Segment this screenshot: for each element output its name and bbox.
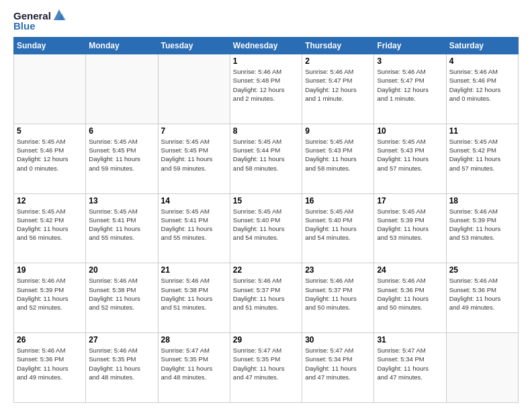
day-cell-17: 17Sunrise: 5:45 AMSunset: 5:39 PMDayligh… [374,193,446,263]
day-number: 28 [161,335,227,345]
day-number: 24 [377,265,443,275]
day-number: 30 [305,335,371,345]
week-row-2: 5Sunrise: 5:45 AMSunset: 5:46 PMDaylight… [14,124,519,193]
day-cell-25: 25Sunrise: 5:46 AMSunset: 5:36 PMDayligh… [446,263,518,333]
day-number: 2 [305,56,371,66]
day-number: 15 [233,196,299,205]
day-info: Sunrise: 5:47 AMSunset: 5:34 PMDaylight:… [377,346,443,381]
day-cell-9: 9Sunrise: 5:45 AMSunset: 5:43 PMDaylight… [302,124,374,193]
day-info: Sunrise: 5:46 AMSunset: 5:39 PMDaylight:… [17,276,83,312]
day-cell-12: 12Sunrise: 5:45 AMSunset: 5:42 PMDayligh… [14,193,86,263]
day-info: Sunrise: 5:47 AMSunset: 5:35 PMDaylight:… [161,346,227,381]
day-cell-5: 5Sunrise: 5:45 AMSunset: 5:46 PMDaylight… [14,124,86,193]
day-info: Sunrise: 5:45 AMSunset: 5:40 PMDaylight:… [233,207,299,242]
calendar-table: SundayMondayTuesdayWednesdayThursdayFrid… [13,37,519,403]
day-info: Sunrise: 5:47 AMSunset: 5:35 PMDaylight:… [233,346,299,381]
day-cell-13: 13Sunrise: 5:45 AMSunset: 5:41 PMDayligh… [86,193,158,263]
day-info: Sunrise: 5:46 AMSunset: 5:37 PMDaylight:… [233,276,299,312]
day-cell-18: 18Sunrise: 5:46 AMSunset: 5:39 PMDayligh… [446,193,518,263]
day-info: Sunrise: 5:46 AMSunset: 5:36 PMDaylight:… [377,276,443,312]
day-info: Sunrise: 5:45 AMSunset: 5:40 PMDaylight:… [305,207,371,242]
day-cell-16: 16Sunrise: 5:45 AMSunset: 5:40 PMDayligh… [302,193,374,263]
day-number: 17 [377,196,443,205]
day-info: Sunrise: 5:45 AMSunset: 5:46 PMDaylight:… [17,137,83,173]
day-info: Sunrise: 5:46 AMSunset: 5:36 PMDaylight:… [17,346,83,381]
day-number: 9 [305,126,371,136]
logo: General Blue [13,11,66,32]
day-number: 13 [89,196,154,205]
day-info: Sunrise: 5:45 AMSunset: 5:42 PMDaylight:… [17,207,83,242]
day-cell-2: 2Sunrise: 5:46 AMSunset: 5:47 PMDaylight… [302,54,374,124]
day-cell-19: 19Sunrise: 5:46 AMSunset: 5:39 PMDayligh… [14,263,86,333]
day-cell-1: 1Sunrise: 5:46 AMSunset: 5:48 PMDaylight… [230,54,302,124]
day-cell-11: 11Sunrise: 5:45 AMSunset: 5:42 PMDayligh… [446,124,518,193]
day-cell-29: 29Sunrise: 5:47 AMSunset: 5:35 PMDayligh… [230,333,302,403]
day-cell-14: 14Sunrise: 5:45 AMSunset: 5:41 PMDayligh… [158,193,230,263]
day-info: Sunrise: 5:46 AMSunset: 5:39 PMDaylight:… [449,207,515,242]
day-info: Sunrise: 5:45 AMSunset: 5:43 PMDaylight:… [305,137,371,173]
col-header-monday: Monday [86,38,158,54]
day-cell-3: 3Sunrise: 5:46 AMSunset: 5:47 PMDaylight… [374,54,446,124]
day-number: 8 [233,126,299,136]
day-info: Sunrise: 5:45 AMSunset: 5:43 PMDaylight:… [377,137,443,173]
day-number: 5 [17,126,83,136]
day-info: Sunrise: 5:45 AMSunset: 5:39 PMDaylight:… [377,207,443,242]
day-number: 29 [233,335,299,345]
day-info: Sunrise: 5:46 AMSunset: 5:35 PMDaylight:… [89,346,154,381]
day-number: 22 [233,265,299,275]
day-cell-22: 22Sunrise: 5:46 AMSunset: 5:37 PMDayligh… [230,263,302,333]
day-number: 26 [17,335,83,345]
day-cell-4: 4Sunrise: 5:46 AMSunset: 5:46 PMDaylight… [446,54,518,124]
day-number: 25 [449,265,515,275]
empty-cell [158,54,230,124]
day-info: Sunrise: 5:46 AMSunset: 5:48 PMDaylight:… [233,67,299,103]
day-cell-7: 7Sunrise: 5:45 AMSunset: 5:45 PMDaylight… [158,124,230,193]
day-number: 14 [161,196,227,205]
empty-cell [14,54,86,124]
day-info: Sunrise: 5:45 AMSunset: 5:41 PMDaylight:… [89,207,154,242]
day-info: Sunrise: 5:45 AMSunset: 5:42 PMDaylight:… [449,137,515,173]
day-number: 11 [449,126,515,136]
day-info: Sunrise: 5:46 AMSunset: 5:38 PMDaylight:… [89,276,154,312]
page: General Blue SundayMondayTuesdayWednesda… [0,0,532,411]
day-info: Sunrise: 5:46 AMSunset: 5:36 PMDaylight:… [449,276,515,312]
day-info: Sunrise: 5:46 AMSunset: 5:38 PMDaylight:… [161,276,227,312]
day-number: 1 [233,56,299,66]
day-cell-31: 31Sunrise: 5:47 AMSunset: 5:34 PMDayligh… [374,333,446,403]
week-row-4: 19Sunrise: 5:46 AMSunset: 5:39 PMDayligh… [14,263,519,333]
day-number: 12 [17,196,83,205]
day-cell-26: 26Sunrise: 5:46 AMSunset: 5:36 PMDayligh… [14,333,86,403]
day-info: Sunrise: 5:46 AMSunset: 5:37 PMDaylight:… [305,276,371,312]
empty-cell [86,54,158,124]
day-cell-27: 27Sunrise: 5:46 AMSunset: 5:35 PMDayligh… [86,333,158,403]
day-number: 19 [17,265,83,275]
day-number: 6 [89,126,154,136]
week-row-5: 26Sunrise: 5:46 AMSunset: 5:36 PMDayligh… [14,333,519,403]
day-cell-15: 15Sunrise: 5:45 AMSunset: 5:40 PMDayligh… [230,193,302,263]
header: General Blue [13,11,519,32]
week-row-3: 12Sunrise: 5:45 AMSunset: 5:42 PMDayligh… [14,193,519,263]
day-cell-10: 10Sunrise: 5:45 AMSunset: 5:43 PMDayligh… [374,124,446,193]
day-info: Sunrise: 5:47 AMSunset: 5:34 PMDaylight:… [305,346,371,381]
day-info: Sunrise: 5:45 AMSunset: 5:45 PMDaylight:… [161,137,227,173]
day-number: 18 [449,196,515,205]
day-number: 27 [89,335,154,345]
empty-cell [446,333,518,403]
day-number: 7 [161,126,227,136]
col-header-sunday: Sunday [14,38,86,54]
day-cell-30: 30Sunrise: 5:47 AMSunset: 5:34 PMDayligh… [302,333,374,403]
day-number: 20 [89,265,154,275]
col-header-saturday: Saturday [446,38,518,54]
day-number: 31 [377,335,443,345]
day-cell-21: 21Sunrise: 5:46 AMSunset: 5:38 PMDayligh… [158,263,230,333]
day-info: Sunrise: 5:46 AMSunset: 5:46 PMDaylight:… [449,67,515,103]
day-number: 23 [305,265,371,275]
logo-text-blue: Blue [13,21,36,32]
day-cell-24: 24Sunrise: 5:46 AMSunset: 5:36 PMDayligh… [374,263,446,333]
week-row-1: 1Sunrise: 5:46 AMSunset: 5:48 PMDaylight… [14,54,519,124]
day-info: Sunrise: 5:45 AMSunset: 5:45 PMDaylight:… [89,137,154,173]
calendar-header-row: SundayMondayTuesdayWednesdayThursdayFrid… [14,38,519,54]
day-cell-6: 6Sunrise: 5:45 AMSunset: 5:45 PMDaylight… [86,124,158,193]
day-info: Sunrise: 5:46 AMSunset: 5:47 PMDaylight:… [305,67,371,103]
col-header-wednesday: Wednesday [230,38,302,54]
